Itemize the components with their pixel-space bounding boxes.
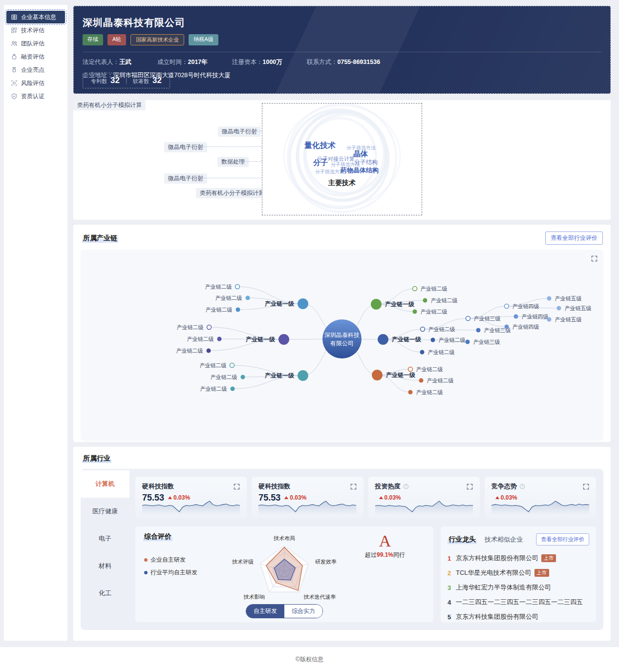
cloud-word: 量化技术 <box>304 141 336 151</box>
tab-computer[interactable]: 计算机 <box>81 470 129 498</box>
fullscreen-icon[interactable] <box>234 483 240 490</box>
sidebar-item-label: 企业亮点 <box>21 66 44 74</box>
svg-text:产业链三级: 产业链三级 <box>473 339 500 345</box>
sidebar-item-company-highlights[interactable]: 企业亮点 <box>6 63 65 76</box>
svg-text:产业链二级: 产业链二级 <box>187 336 214 342</box>
tab-similar-tech-companies[interactable]: 技术相似企业 <box>485 535 523 544</box>
tab-electronics[interactable]: 电子 <box>81 525 129 552</box>
sidebar-item-label: 团队评估 <box>21 40 44 48</box>
list-item: 1 京东方科技集团股份有限公司 上市 <box>448 551 589 566</box>
tab-chemical[interactable]: 化工 <box>81 580 129 607</box>
company-link[interactable]: 京东方科技集团股份有限公司 <box>456 612 538 621</box>
patent-count: 专利数32 <box>91 76 120 85</box>
svg-text:产业链二级: 产业链二级 <box>215 295 242 301</box>
metric-title: 硬科技指数 <box>142 482 174 491</box>
sidebar-item-certification[interactable]: 资质认证 <box>6 90 65 103</box>
status-badge: 存续 <box>83 34 103 45</box>
fullscreen-icon[interactable] <box>591 255 598 262</box>
metric-cards-row: 硬科技指数 75.53 0.03% 硬科技指数 <box>135 477 596 519</box>
info-icon[interactable] <box>519 483 525 489</box>
company-link[interactable]: TCL华星光电技术有限公司 <box>456 568 532 577</box>
metric-title: 硬科技指数 <box>258 482 290 491</box>
sidebar-item-tech-evaluation[interactable]: 技术评估 <box>6 24 65 37</box>
cloud-caption: 主要技术 <box>328 179 356 188</box>
main-content: 深圳晶泰科技有限公司 存续 A轮 国家高新技术企业 纳税A级 法定代表人：王武 … <box>73 6 611 641</box>
view-all-industry-evaluation-button[interactable]: 查看全部行业评价 <box>536 533 589 546</box>
fullscreen-icon[interactable] <box>583 483 589 490</box>
callout-line <box>196 178 262 178</box>
view-all-industry-evaluation-button[interactable]: 查看全部行业评价 <box>545 231 603 245</box>
list-item: 5 京东方科技集团股份有限公司 <box>448 609 589 624</box>
svg-text:产业链一级: 产业链一级 <box>385 372 416 378</box>
sidebar-item-company-info[interactable]: 企业基本信息 <box>6 11 65 23</box>
trend-sparkline <box>258 498 356 515</box>
company-link[interactable]: 一二三四五一二三四五一二三四五一二三四五 <box>456 598 583 607</box>
tab-industry-leaders[interactable]: 行业龙头 <box>448 535 477 544</box>
stats-divider: | <box>126 77 127 84</box>
rank-number: 4 <box>448 599 456 606</box>
svg-text:产业链一级: 产业链一级 <box>384 301 415 308</box>
sidebar-item-risk-evaluation[interactable]: 风险评估 <box>6 77 65 89</box>
software-copyright-count: 软著数32 <box>133 76 162 85</box>
toggle-overall-strength[interactable]: 综合实力 <box>284 605 322 618</box>
industry-chain-mindmap[interactable]: 产业链一级产业链一级产业链一级产业链一级产业链一级产业链一级产业链二级产业链二级… <box>81 250 603 441</box>
mindmap-canvas: 产业链一级产业链一级产业链一级产业链一级产业链一级产业链一级产业链二级产业链二级… <box>81 250 603 441</box>
industry-panel: 计算机 医疗健康 电子 材料 化工 硬科技指数 <box>81 469 603 630</box>
company-link[interactable]: 京东方科技集团股份有限公司 <box>456 554 538 563</box>
funding-round-badge: A轮 <box>107 34 126 45</box>
svg-text:产业链二级: 产业链二级 <box>177 324 204 330</box>
svg-text:产业链二级: 产业链二级 <box>427 378 454 383</box>
fullscreen-icon[interactable] <box>467 483 473 490</box>
tech-callout-label: 类药有机小分子模拟计算 <box>73 100 146 110</box>
svg-text:产业链二级: 产业链二级 <box>428 349 455 355</box>
legend-item-industry-average: 行业平均自主研发 <box>144 568 197 577</box>
evaluation-mode-toggle: 自主研发 综合实力 <box>246 604 323 618</box>
callout-line <box>240 161 262 162</box>
sidebar-item-team-evaluation[interactable]: 团队评估 <box>6 37 65 50</box>
tab-medical-health[interactable]: 医疗健康 <box>81 498 129 525</box>
svg-text:产业链二级: 产业链二级 <box>428 326 455 332</box>
svg-text:产业链一级: 产业链一级 <box>264 300 295 307</box>
registered-capital-field: 注册资本：1000万 <box>232 58 307 66</box>
cloud-word: 药物晶体结构 <box>341 166 379 175</box>
medal-icon <box>11 66 18 73</box>
company-link[interactable]: 上海华虹宏力半导体制造有限公司 <box>456 583 551 592</box>
callout-line <box>250 192 262 193</box>
trend-sparkline <box>142 498 240 515</box>
svg-text:技术布局: 技术布局 <box>274 535 295 541</box>
svg-text:产业链四级: 产业链四级 <box>512 324 539 330</box>
svg-text:产业链一级: 产业链一级 <box>264 372 295 379</box>
svg-text:产业链三级: 产业链三级 <box>474 315 501 321</box>
tech-callout-label: 微晶电子衍射 <box>164 173 207 184</box>
svg-text:产业链五级: 产业链五级 <box>565 305 592 311</box>
company-header-card: 深圳晶泰科技有限公司 存续 A轮 国家高新技术企业 纳税A级 法定代表人：王武 … <box>73 6 611 94</box>
tab-materials[interactable]: 材料 <box>81 552 129 580</box>
evaluation-title: 综合评价 <box>143 532 172 541</box>
fullscreen-icon[interactable] <box>350 483 357 490</box>
listed-badge: 上市 <box>541 554 556 562</box>
tech-callout-label: 微晶电子衍射 <box>218 126 261 137</box>
svg-text:深圳晶泰科技: 深圳晶泰科技 <box>324 332 360 338</box>
industry-section-card: 所属行业 计算机 医疗健康 电子 材料 化工 硬科技指数 <box>73 447 611 641</box>
trend-sparkline <box>375 498 473 515</box>
tech-callout-label: 数据处理 <box>217 157 249 167</box>
sidebar-item-label: 资质认证 <box>21 92 44 101</box>
rank-number: 3 <box>448 584 456 591</box>
tech-callout-label: 微晶电子衍射 <box>164 142 207 152</box>
info-icon[interactable] <box>403 483 409 489</box>
svg-text:产业链五级: 产业链五级 <box>555 316 582 322</box>
company-fields: 法定代表人：王武 成立时间：2017年 注册资本：1000万 联系方式：0755… <box>83 58 601 66</box>
rank-number: 2 <box>448 569 456 577</box>
svg-text:产业链四级: 产业链四级 <box>512 303 539 309</box>
metric-title: 投资热度 <box>375 482 401 491</box>
sidebar-item-label: 技术评估 <box>21 26 44 35</box>
risk-scan-icon <box>11 80 18 86</box>
toggle-self-rd[interactable]: 自主研发 <box>246 605 284 618</box>
svg-text:产业链二级: 产业链二级 <box>421 309 448 315</box>
money-bag-icon <box>11 53 18 60</box>
sidebar-item-financing-evaluation[interactable]: 融资评估 <box>6 50 65 63</box>
evaluation-radar-chart: 技术布局研发效率技术迭代速率技术影响技术评级 <box>211 533 358 609</box>
sidebar-item-label: 风险评估 <box>21 79 44 87</box>
svg-text:产业链二级: 产业链二级 <box>431 297 458 303</box>
svg-text:产业链二级: 产业链二级 <box>416 389 443 395</box>
